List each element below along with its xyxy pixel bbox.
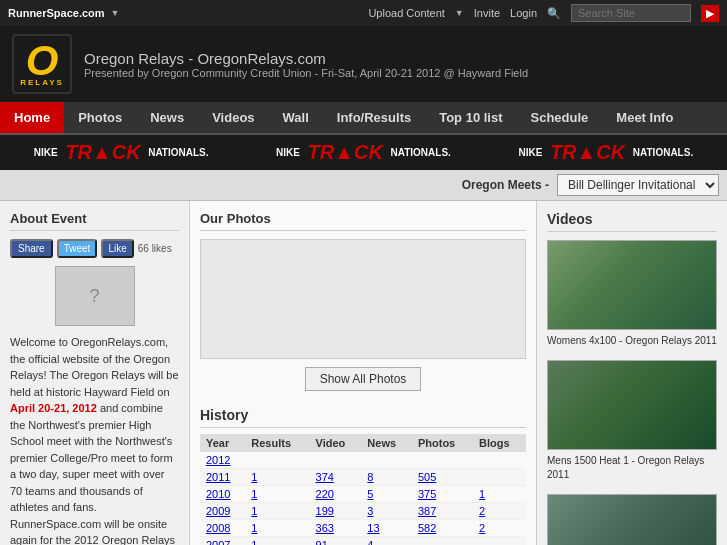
video-link[interactable]: 91: [316, 539, 328, 545]
nike-prefix-2: NIKE: [276, 147, 300, 158]
nav-item-photos[interactable]: Photos: [64, 102, 136, 133]
year-link[interactable]: 2009: [206, 505, 230, 517]
photos-link[interactable]: 505: [418, 471, 436, 483]
blogs-link[interactable]: 1: [479, 488, 485, 500]
video-link[interactable]: 363: [316, 522, 334, 534]
photos-title: Our Photos: [200, 211, 526, 231]
upload-link[interactable]: Upload Content: [368, 7, 444, 19]
nav-item-meet-info[interactable]: Meet Info: [602, 102, 687, 133]
blogs-link[interactable]: 2: [479, 522, 485, 534]
about-image: ?: [55, 266, 135, 326]
upload-dropdown-arrow[interactable]: ▼: [455, 8, 464, 18]
cell-results: [245, 452, 309, 469]
results-link[interactable]: 1: [251, 522, 257, 534]
meets-select[interactable]: Bill Dellinger Invitational: [557, 174, 719, 196]
cell-year: 2010: [200, 486, 245, 503]
blogs-link[interactable]: 2: [479, 505, 485, 517]
video-link[interactable]: 374: [316, 471, 334, 483]
nav-item-schedule[interactable]: Schedule: [517, 102, 603, 133]
news-link[interactable]: 5: [367, 488, 373, 500]
main-content: About Event Share Tweet Like 66 likes ? …: [0, 201, 727, 545]
year-link[interactable]: 2011: [206, 471, 230, 483]
nav: Home Photos News Videos Wall Info/Result…: [0, 102, 727, 135]
news-link[interactable]: 4: [367, 539, 373, 545]
nav-item-home[interactable]: Home: [0, 102, 64, 133]
search-input[interactable]: [571, 4, 691, 22]
photos-link[interactable]: 375: [418, 488, 436, 500]
like-button[interactable]: Like: [101, 239, 133, 258]
cell-blogs: 2: [473, 503, 526, 520]
cell-video: 363: [310, 520, 362, 537]
results-link[interactable]: 1: [251, 488, 257, 500]
cell-blogs: [473, 537, 526, 546]
photos-link[interactable]: 387: [418, 505, 436, 517]
col-results: Results: [245, 434, 309, 452]
site-dropdown-arrow[interactable]: ▼: [111, 8, 120, 18]
video-label-2: Mens 1500 Heat 1 - Oregon Relays 2011: [547, 454, 717, 482]
cell-photos: [412, 452, 473, 469]
year-link[interactable]: 2010: [206, 488, 230, 500]
year-link[interactable]: 2008: [206, 522, 230, 534]
nationals-text-2: NATIONALS.: [390, 147, 450, 158]
cell-news: 3: [361, 503, 412, 520]
nav-item-news[interactable]: News: [136, 102, 198, 133]
cell-video: 91: [310, 537, 362, 546]
cell-video: [310, 452, 362, 469]
likes-count: 66 likes: [138, 243, 172, 254]
meets-label: Oregon Meets -: [462, 178, 549, 192]
year-link[interactable]: 2012: [206, 454, 230, 466]
photos-link[interactable]: 582: [418, 522, 436, 534]
left-panel: About Event Share Tweet Like 66 likes ? …: [0, 201, 190, 545]
video-link[interactable]: 220: [316, 488, 334, 500]
cell-news: 4: [361, 537, 412, 546]
history-header-row: Year Results Video News Photos Blogs: [200, 434, 526, 452]
site-name[interactable]: RunnerSpace.com: [8, 7, 105, 19]
nav-item-videos[interactable]: Videos: [198, 102, 268, 133]
news-link[interactable]: 8: [367, 471, 373, 483]
news-link[interactable]: 13: [367, 522, 379, 534]
history-table: Year Results Video News Photos Blogs 201…: [200, 434, 526, 545]
results-link[interactable]: 1: [251, 471, 257, 483]
year-link[interactable]: 2007: [206, 539, 230, 545]
share-button[interactable]: Share: [10, 239, 53, 258]
search-icon: 🔍: [547, 7, 561, 20]
show-all-photos-button[interactable]: Show All Photos: [305, 367, 422, 391]
nav-item-top10[interactable]: Top 10 list: [425, 102, 516, 133]
nike-prefix-3: NIKE: [518, 147, 542, 158]
header-subtitle: Presented by Oregon Community Credit Uni…: [84, 67, 528, 79]
video-image-3: [547, 494, 717, 545]
table-row: 2009119933872: [200, 503, 526, 520]
cell-blogs: [473, 469, 526, 486]
video-link[interactable]: 199: [316, 505, 334, 517]
nav-item-wall[interactable]: Wall: [269, 102, 323, 133]
logo-o: O: [26, 40, 59, 82]
cell-news: 8: [361, 469, 412, 486]
col-blogs: Blogs: [473, 434, 526, 452]
share-row: Share Tweet Like 66 likes: [10, 239, 179, 258]
cell-year: 2008: [200, 520, 245, 537]
video-thumb-3[interactable]: [547, 494, 717, 545]
invite-link[interactable]: Invite: [474, 7, 500, 19]
cell-blogs: [473, 452, 526, 469]
login-link[interactable]: Login: [510, 7, 537, 19]
col-photos: Photos: [412, 434, 473, 452]
results-link[interactable]: 1: [251, 539, 257, 545]
cell-news: 5: [361, 486, 412, 503]
cell-blogs: 1: [473, 486, 526, 503]
photos-placeholder: [200, 239, 526, 359]
cell-photos: 375: [412, 486, 473, 503]
nike-logo-2: NIKE TR▲CK NATIONALS.: [276, 141, 451, 164]
video-thumb-2[interactable]: Mens 1500 Heat 1 - Oregon Relays 2011: [547, 360, 717, 482]
video-thumb-1[interactable]: Womens 4x100 - Oregon Relays 2011: [547, 240, 717, 348]
top-bar-right: Upload Content ▼ Invite Login 🔍 ▶: [368, 4, 719, 22]
results-link[interactable]: 1: [251, 505, 257, 517]
cell-results: 1: [245, 469, 309, 486]
cell-video: 199: [310, 503, 362, 520]
news-link[interactable]: 3: [367, 505, 373, 517]
cell-year: 2009: [200, 503, 245, 520]
search-button[interactable]: ▶: [701, 5, 719, 22]
highlight-date: April 20-21, 2012: [10, 402, 97, 414]
nav-item-info-results[interactable]: Info/Results: [323, 102, 425, 133]
tweet-button[interactable]: Tweet: [57, 239, 98, 258]
video-image-2: [547, 360, 717, 450]
